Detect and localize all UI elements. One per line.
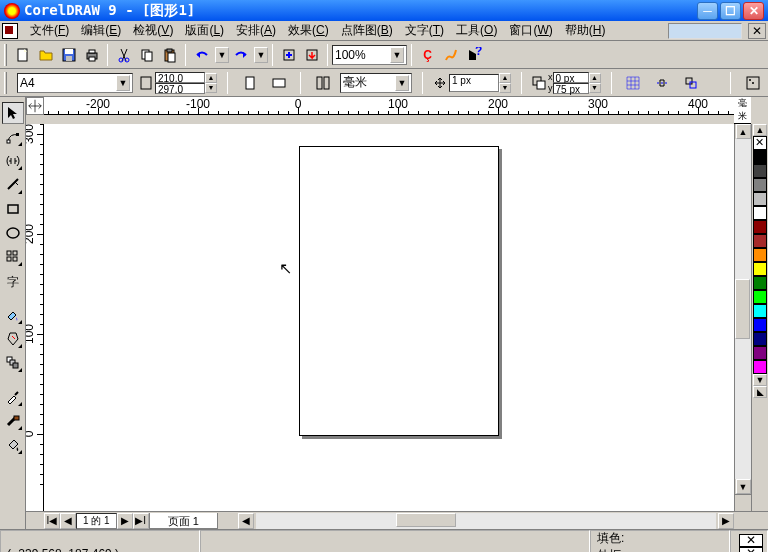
toolbar-grip[interactable] <box>4 44 7 66</box>
menu-l[interactable]: 版面(L) <box>179 20 230 41</box>
polygon-tool[interactable] <box>2 246 24 268</box>
interactive-fill-tool[interactable] <box>2 304 24 326</box>
color-swatch[interactable] <box>753 150 767 164</box>
copy-button[interactable] <box>135 44 158 66</box>
drawing-canvas[interactable]: ↖ <box>44 124 734 511</box>
last-page-button[interactable]: ▶I <box>133 513 149 529</box>
options-button[interactable] <box>741 72 764 94</box>
ellipse-tool[interactable] <box>2 222 24 244</box>
paper-height[interactable]: 297.0 mm <box>155 83 205 94</box>
landscape-button[interactable] <box>267 72 290 94</box>
zoom-combo[interactable]: 100% ▼ <box>332 45 407 65</box>
nudge-value[interactable]: 1 px <box>449 74 499 92</box>
paper-dropdown[interactable]: ▼ <box>116 75 130 91</box>
vertical-ruler[interactable]: 0100200300 <box>26 124 44 511</box>
eyedropper-tool[interactable] <box>2 386 24 408</box>
shape-tool[interactable] <box>2 126 24 148</box>
palette-fly-button[interactable]: ◣ <box>753 386 767 398</box>
interactive-transparency-tool[interactable] <box>2 328 24 350</box>
color-swatch[interactable] <box>753 290 767 304</box>
horizontal-ruler[interactable]: -200-1000100200300400 <box>44 97 734 115</box>
color-swatch[interactable] <box>753 220 767 234</box>
color-swatch[interactable] <box>753 346 767 360</box>
page-tab[interactable]: 页面 1 <box>149 513 218 529</box>
paper-size-combo[interactable]: A4 ▼ <box>17 73 133 93</box>
menu-b[interactable]: 点阵图(B) <box>335 20 399 41</box>
first-page-button[interactable]: I◀ <box>44 513 60 529</box>
export-button[interactable] <box>300 44 323 66</box>
scroll-right-button[interactable]: ▶ <box>718 513 734 529</box>
dim-spin-down[interactable]: ▼ <box>205 83 217 93</box>
drawing-page[interactable] <box>299 146 499 436</box>
fill-tool[interactable] <box>2 434 24 456</box>
color-swatch[interactable] <box>753 276 767 290</box>
dup-spin-up[interactable]: ▲ <box>589 73 601 83</box>
rectangle-tool[interactable] <box>2 198 24 220</box>
outline-swatch-icon[interactable] <box>739 547 763 553</box>
snap-guides-button[interactable] <box>651 72 674 94</box>
color-swatch[interactable] <box>753 332 767 346</box>
v-scroll-thumb[interactable] <box>735 279 750 339</box>
vertical-scrollbar[interactable]: ▲ ▼ <box>734 124 751 511</box>
interactive-blend-tool[interactable] <box>2 352 24 374</box>
print-button[interactable] <box>80 44 103 66</box>
dup-x[interactable]: 0 px <box>553 72 589 83</box>
h-scroll-track[interactable] <box>256 513 716 529</box>
redo-dropdown[interactable]: ▼ <box>254 47 268 63</box>
color-swatch[interactable] <box>753 304 767 318</box>
corel-online-button[interactable] <box>439 44 462 66</box>
import-button[interactable] <box>277 44 300 66</box>
open-button[interactable] <box>34 44 57 66</box>
text-tool[interactable]: 字 <box>2 270 24 292</box>
scroll-down-button[interactable]: ▼ <box>736 479 751 494</box>
undo-button[interactable] <box>190 44 213 66</box>
fill-indicators[interactable] <box>730 530 768 552</box>
menu-h[interactable]: 帮助(H) <box>559 20 612 41</box>
h-scroll-thumb[interactable] <box>396 513 456 527</box>
color-swatch[interactable] <box>753 262 767 276</box>
units-dropdown[interactable]: ▼ <box>395 75 409 91</box>
v-scroll-track[interactable] <box>735 139 751 479</box>
minimize-button[interactable]: ─ <box>697 2 718 20</box>
snap-objects-button[interactable] <box>680 72 703 94</box>
menu-w[interactable]: 窗口(W) <box>503 20 558 41</box>
color-swatch[interactable] <box>753 178 767 192</box>
zoom-dropdown[interactable]: ▼ <box>390 47 404 63</box>
no-color-swatch[interactable] <box>753 136 767 150</box>
dup-y[interactable]: 75 px <box>553 83 589 94</box>
ruler-origin[interactable] <box>26 97 44 115</box>
next-page-button[interactable]: ▶ <box>117 513 133 529</box>
maximize-button[interactable]: ☐ <box>720 2 741 20</box>
freehand-tool[interactable] <box>2 174 24 196</box>
snap-grid-button[interactable] <box>622 72 645 94</box>
app-launcher-button[interactable]: Ç <box>416 44 439 66</box>
doc-icon[interactable] <box>2 23 18 39</box>
color-swatch[interactable] <box>753 164 767 178</box>
menu-t[interactable]: 文字(T) <box>399 20 450 41</box>
whats-this-button[interactable]: ? <box>462 44 485 66</box>
zoom-tool[interactable] <box>2 150 24 172</box>
undo-dropdown[interactable]: ▼ <box>215 47 229 63</box>
portrait-button[interactable] <box>238 72 261 94</box>
nudge-spin-down[interactable]: ▼ <box>499 83 511 93</box>
units-combo[interactable]: 毫米 ▼ <box>340 73 412 93</box>
color-swatch[interactable] <box>753 360 767 374</box>
redo-button[interactable] <box>229 44 252 66</box>
paper-width[interactable]: 210.0 mm <box>155 72 205 83</box>
color-swatch[interactable] <box>753 248 767 262</box>
menu-c[interactable]: 效果(C) <box>282 20 335 41</box>
doc-close-button[interactable]: ✕ <box>748 23 766 39</box>
prev-page-button[interactable]: ◀ <box>60 513 76 529</box>
menu-v[interactable]: 检视(V) <box>127 20 179 41</box>
color-swatch[interactable] <box>753 318 767 332</box>
new-button[interactable] <box>11 44 34 66</box>
color-swatch[interactable] <box>753 206 767 220</box>
columns-button[interactable] <box>311 72 334 94</box>
palette-up-button[interactable]: ▲ <box>753 124 767 136</box>
propbar-grip[interactable] <box>4 72 7 94</box>
menu-o[interactable]: 工具(O) <box>450 20 503 41</box>
scroll-up-button[interactable]: ▲ <box>736 124 751 139</box>
paste-button[interactable] <box>158 44 181 66</box>
menu-a[interactable]: 安排(A) <box>230 20 282 41</box>
save-button[interactable] <box>57 44 80 66</box>
